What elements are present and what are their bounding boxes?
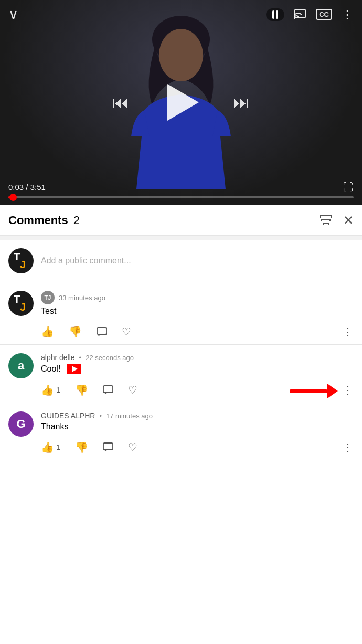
- dislike-button[interactable]: 👎: [69, 325, 82, 338]
- video-controls: ⏮ ⏭: [110, 84, 252, 121]
- fullscreen-icon[interactable]: ⛶: [343, 181, 354, 193]
- comment-time: •: [79, 354, 82, 362]
- progress-dot: [9, 194, 17, 201]
- section-divider: [0, 236, 362, 240]
- comment-author-badge: TJ: [41, 291, 55, 304]
- heart-button[interactable]: ♡: [122, 325, 131, 338]
- comment-time-ago: 22 seconds ago: [86, 354, 134, 362]
- comment-body: GUIDES ALPHR • 17 minutes ago Thanks 👍 1…: [41, 411, 354, 460]
- video-bottom-bar: 0:03 / 3:51 ⛶: [0, 177, 362, 205]
- like-button[interactable]: 👍 1: [41, 384, 60, 396]
- comment-text: Cool!: [41, 364, 354, 374]
- svg-rect-16: [103, 443, 113, 450]
- more-options-icon[interactable]: ⋮: [342, 8, 354, 22]
- comment-item: a alphr delle • 22 seconds ago Cool! 👍 1…: [0, 345, 362, 403]
- filter-icon[interactable]: [319, 214, 333, 227]
- comment-time: 33 minutes ago: [59, 294, 105, 302]
- comment-body: alphr delle • 22 seconds ago Cool! 👍 1 👎: [41, 353, 354, 403]
- red-arrow-annotation: [290, 384, 338, 398]
- more-options-button[interactable]: ⋮: [343, 384, 354, 396]
- comment-input[interactable]: Add a public comment...: [41, 256, 131, 266]
- comment-actions: 👍 1 👎 ♡ ⋮: [41, 379, 354, 403]
- comment-time-ago: 17 minutes ago: [106, 412, 153, 420]
- svg-rect-14: [97, 328, 107, 334]
- like-button[interactable]: 👍 1: [41, 441, 60, 453]
- avatar: T J: [8, 291, 34, 316]
- next-button[interactable]: ⏭: [231, 92, 252, 113]
- comment-time: •: [99, 412, 102, 420]
- more-options-button[interactable]: ⋮: [343, 325, 354, 338]
- dislike-button[interactable]: 👎: [75, 441, 88, 453]
- youtube-logo: [67, 364, 81, 374]
- chevron-down-icon[interactable]: ∨: [8, 6, 18, 23]
- comment-author: alphr delle: [41, 353, 75, 362]
- progress-bar[interactable]: [8, 196, 354, 198]
- comment-input-row: T J Add a public comment...: [0, 240, 362, 282]
- comment-text: Test: [41, 307, 354, 316]
- cast-icon[interactable]: [294, 7, 306, 22]
- comment-actions: 👍 👎 ♡ ⋮: [41, 321, 354, 344]
- avatar: G: [8, 411, 34, 437]
- like-button[interactable]: 👍: [41, 325, 54, 338]
- comment-actions: 👍 1 👎 ♡ ⋮: [41, 437, 354, 460]
- svg-rect-15: [103, 386, 113, 393]
- more-options-button[interactable]: ⋮: [343, 441, 354, 453]
- comment-meta: TJ 33 minutes ago: [41, 291, 354, 304]
- video-player[interactable]: ∨ CC ⋮ ⏮: [0, 0, 362, 205]
- close-icon[interactable]: ✕: [343, 213, 354, 228]
- comment-meta: alphr delle • 22 seconds ago: [41, 353, 354, 362]
- comments-count: 2: [73, 214, 80, 227]
- comments-title: Comments: [8, 214, 68, 227]
- comment-meta: GUIDES ALPHR • 17 minutes ago: [41, 411, 354, 420]
- heart-button[interactable]: ♡: [128, 441, 137, 453]
- dislike-button[interactable]: 👎: [75, 384, 88, 396]
- comment-text: Thanks: [41, 422, 354, 431]
- cc-icon[interactable]: CC: [316, 9, 332, 20]
- reply-button[interactable]: [103, 442, 113, 452]
- pause-toggle[interactable]: [266, 8, 284, 21]
- comment-item: T J TJ 33 minutes ago Test 👍 👎: [0, 282, 362, 345]
- video-time-display: 0:03 / 3:51: [8, 183, 46, 192]
- comment-item: G GUIDES ALPHR • 17 minutes ago Thanks 👍…: [0, 403, 362, 460]
- play-button[interactable]: [163, 84, 199, 121]
- previous-button[interactable]: ⏮: [110, 92, 131, 113]
- comments-header: Comments 2 ✕: [0, 205, 362, 236]
- comment-author: GUIDES ALPHR: [41, 411, 95, 420]
- avatar: a: [8, 353, 34, 378]
- heart-button[interactable]: ♡: [128, 384, 137, 396]
- comment-body: TJ 33 minutes ago Test 👍 👎 ♡ ⋮: [41, 291, 354, 344]
- comments-section: Comments 2 ✕ T: [0, 205, 362, 644]
- reply-button[interactable]: [97, 327, 107, 336]
- reply-button[interactable]: [103, 385, 113, 395]
- svg-point-2: [159, 29, 203, 81]
- user-avatar: T J: [8, 248, 34, 273]
- video-top-bar: ∨ CC ⋮: [0, 0, 362, 29]
